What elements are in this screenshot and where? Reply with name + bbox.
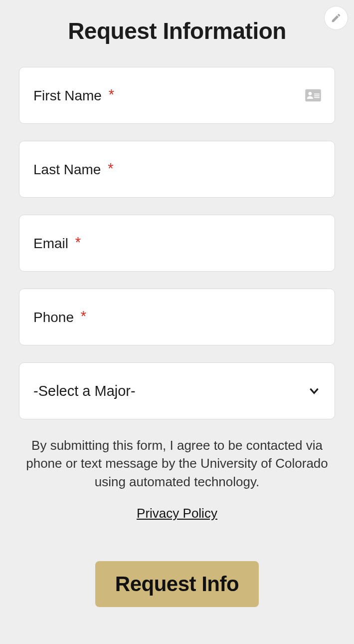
request-info-button[interactable]: Request Info (95, 561, 259, 607)
last-name-label: Last Name * (33, 161, 113, 178)
privacy-policy-link[interactable]: Privacy Policy (19, 506, 335, 521)
first-name-label: First Name * (33, 87, 114, 104)
submit-wrapper: Request Info (19, 561, 335, 607)
email-field[interactable]: Email * (19, 215, 335, 272)
required-marker: * (108, 160, 113, 176)
major-select-value: -Select a Major- (33, 383, 308, 399)
last-name-field[interactable]: Last Name * (19, 141, 335, 198)
major-select[interactable]: -Select a Major- (19, 362, 335, 419)
phone-field[interactable]: Phone * (19, 289, 335, 345)
id-card-icon (305, 88, 322, 102)
required-marker: * (109, 86, 114, 102)
required-marker: * (81, 308, 86, 324)
phone-label: Phone * (33, 309, 86, 325)
page-title: Request Information (19, 17, 335, 44)
required-marker: * (75, 234, 81, 250)
pencil-icon (331, 12, 342, 23)
disclaimer-text: By submitting this form, I agree to be c… (22, 436, 332, 491)
form-container: Request Information First Name * Last Na… (0, 0, 354, 627)
first-name-field[interactable]: First Name * (19, 67, 335, 124)
chevron-down-icon (308, 384, 321, 397)
edit-button[interactable] (324, 6, 348, 30)
email-label: Email * (33, 235, 81, 252)
